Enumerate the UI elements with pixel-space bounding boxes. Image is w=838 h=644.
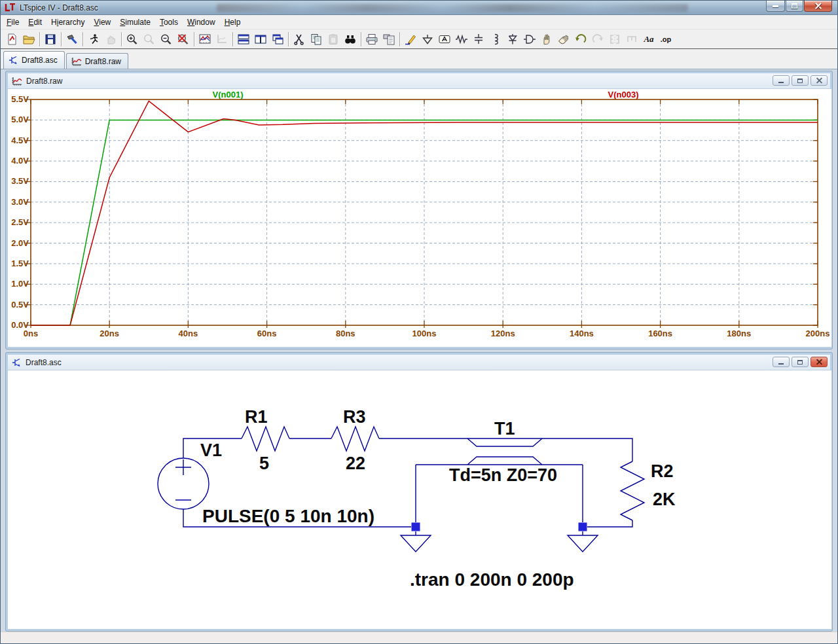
waveform-icon <box>12 77 22 86</box>
print-preview-button[interactable] <box>380 31 397 47</box>
drag-button[interactable] <box>555 31 572 47</box>
mdi-area: Draft8.raw V(n001) V(n003) 5.5V5.0V4.5V4… <box>1 69 837 632</box>
x-tick-label: 0ns <box>11 329 50 338</box>
close-icon <box>816 77 822 84</box>
tile-horizontal-button[interactable] <box>235 31 252 47</box>
schematic-titlebar[interactable]: Draft8.asc <box>8 355 830 370</box>
component-ref-r1[interactable]: R1 <box>245 407 268 427</box>
minimize-button[interactable] <box>766 1 785 12</box>
menu-help[interactable]: Help <box>220 16 246 29</box>
close-button[interactable] <box>811 75 828 86</box>
component-value-r1[interactable]: 5 <box>259 454 269 474</box>
waveform-plot-area[interactable]: V(n001) V(n003) 5.5V5.0V4.5V4.0V3.5V3.0V… <box>8 89 831 347</box>
component-value-r3[interactable]: 22 <box>346 454 365 474</box>
ltspice-window: LTspice IV - Draft8.asc File Edit Hierar… <box>0 0 838 644</box>
paste-button[interactable] <box>325 31 342 47</box>
ground-symbol <box>401 535 431 552</box>
waveform-titlebar[interactable]: Draft8.raw <box>8 73 830 89</box>
menu-window[interactable]: Window <box>183 16 220 29</box>
undo-button[interactable] <box>572 31 589 47</box>
move-hand-icon <box>540 33 553 45</box>
printer-icon <box>365 33 378 45</box>
close-button[interactable] <box>811 357 828 367</box>
toolbar-separator <box>194 32 194 46</box>
component-gate-icon <box>523 33 536 45</box>
waveform-window: Draft8.raw V(n001) V(n003) 5.5V5.0V4.5V4… <box>6 71 832 349</box>
move-button[interactable] <box>538 31 555 47</box>
tab-draft8-raw[interactable]: Draft8.raw <box>66 53 128 69</box>
copy-button[interactable] <box>308 31 325 47</box>
title-bar[interactable]: LTspice IV - Draft8.asc <box>1 1 837 15</box>
place-component-button[interactable] <box>521 31 538 47</box>
menu-tools[interactable]: Tools <box>155 16 183 29</box>
toolbar: Aa .op <box>1 29 837 49</box>
undo-arrow-icon <box>574 33 587 45</box>
zoom-full-extents-button[interactable] <box>175 31 192 47</box>
component-value-r2[interactable]: 2K <box>653 490 676 510</box>
menu-edit[interactable]: Edit <box>24 16 46 29</box>
component-ref-t1[interactable]: T1 <box>494 419 515 439</box>
ground-icon <box>421 33 434 45</box>
tile-vertical-button[interactable] <box>252 31 269 47</box>
place-ground-button[interactable] <box>419 31 436 47</box>
copy-icon <box>310 33 323 45</box>
halt-button[interactable] <box>102 31 119 47</box>
redo-button[interactable] <box>589 31 606 47</box>
plot-settings-button[interactable] <box>196 31 213 47</box>
minimize-button[interactable] <box>773 357 790 367</box>
x-tick-label: 120ns <box>483 329 522 338</box>
autorange-button[interactable] <box>213 31 230 47</box>
mirror-button[interactable] <box>606 31 623 47</box>
minimize-button[interactable] <box>773 75 790 86</box>
new-schematic-icon <box>5 33 18 45</box>
component-ref-r3[interactable]: R3 <box>343 407 366 427</box>
restore-button[interactable] <box>792 75 809 86</box>
component-value-v1[interactable]: PULSE(0 5 10n 10n) <box>202 506 374 527</box>
cut-button[interactable] <box>291 31 308 47</box>
print-button[interactable] <box>363 31 380 47</box>
component-ref-v1[interactable]: V1 <box>200 440 222 461</box>
place-label-button[interactable] <box>436 31 453 47</box>
zoom-back-button[interactable] <box>141 31 158 47</box>
place-diode-button[interactable] <box>504 31 521 47</box>
draw-wire-button[interactable] <box>402 31 419 47</box>
component-ref-r2[interactable]: R2 <box>651 461 674 482</box>
save-button[interactable] <box>42 31 59 47</box>
open-button[interactable] <box>20 31 37 47</box>
tline-t1 <box>416 438 583 465</box>
titlebar-ghost-artifacts <box>217 4 688 12</box>
place-resistor-button[interactable] <box>453 31 470 47</box>
control-panel-button[interactable] <box>64 31 81 47</box>
menu-simulate[interactable]: Simulate <box>115 16 155 29</box>
x-tick-label: 180ns <box>720 329 759 338</box>
junction-node <box>579 523 587 531</box>
place-text-button[interactable]: Aa <box>640 31 657 47</box>
tile-vertical-icon <box>254 33 267 45</box>
new-schematic-button[interactable] <box>3 31 20 47</box>
restore-button[interactable] <box>786 1 803 12</box>
restore-icon <box>792 3 797 9</box>
spice-directive-text[interactable]: .tran 0 200n 0 200p <box>410 569 574 590</box>
place-inductor-button[interactable] <box>487 31 504 47</box>
capacitor-icon <box>472 33 485 45</box>
menu-hierarchy[interactable]: Hierarchy <box>46 16 89 29</box>
component-value-t1[interactable]: Td=5n Z0=70 <box>449 465 557 486</box>
rotate-button[interactable] <box>623 31 640 47</box>
restore-button[interactable] <box>792 357 809 367</box>
run-button[interactable] <box>85 31 102 47</box>
close-button[interactable] <box>804 1 832 12</box>
spice-directive-button[interactable]: .op <box>657 31 674 47</box>
menu-file[interactable]: File <box>2 16 24 29</box>
place-capacitor-button[interactable] <box>470 31 487 47</box>
zoom-in-button[interactable] <box>124 31 141 47</box>
status-bar <box>1 632 837 644</box>
menu-view[interactable]: View <box>89 16 115 29</box>
schematic-window-controls <box>773 357 828 367</box>
zoom-out-button[interactable] <box>158 31 175 47</box>
toolbar-separator <box>121 32 122 46</box>
tab-draft8-asc[interactable]: Draft8.asc <box>3 51 65 69</box>
find-button[interactable] <box>342 31 359 47</box>
schematic-canvas[interactable]: V1 PULSE(0 5 10n 10n) R1 5 R3 22 T1 Td=5… <box>8 370 831 629</box>
x-tick-label: 40ns <box>168 329 208 338</box>
cascade-button[interactable] <box>269 31 286 47</box>
